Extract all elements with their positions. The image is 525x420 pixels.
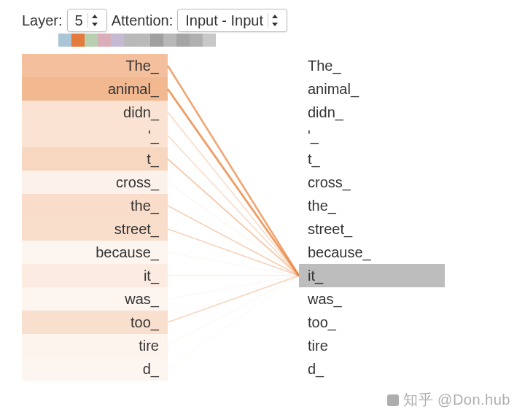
attention-line [168,229,299,276]
palette-swatch[interactable] [137,34,150,47]
left-token[interactable]: cross_ [22,171,168,194]
right-token[interactable]: didn_ [299,101,445,124]
right-token[interactable]: animal_ [299,77,445,101]
left-token[interactable]: didn_ [22,101,168,124]
attention-line [168,206,299,276]
watermark-text: 知乎 @Don.hub [403,390,510,410]
attention-line [168,112,299,276]
attention-line [168,159,299,276]
palette-swatch[interactable] [176,34,190,47]
layer-select-value: 5 [75,12,88,29]
watermark: 知乎 @Don.hub [387,390,510,410]
left-token[interactable]: '_ [22,124,168,147]
left-token[interactable]: the_ [22,194,168,217]
updown-icon [88,13,102,28]
right-token[interactable]: t_ [299,147,445,171]
right-token[interactable]: The_ [299,54,445,77]
attention-line [168,136,299,276]
left-token[interactable]: tire [22,334,168,357]
zhihu-icon [387,394,399,406]
palette-swatch[interactable] [124,34,137,47]
right-token[interactable]: cross_ [299,171,445,194]
right-token[interactable]: because_ [299,241,445,264]
attention-line [168,276,299,369]
updown-icon [268,13,282,28]
right-token[interactable]: too_ [299,311,445,334]
left-token[interactable]: t_ [22,147,168,171]
right-token[interactable]: d_ [299,357,445,381]
right-token-column: The_animal_didn_'_t_cross_the_street_bec… [299,54,445,381]
right-token[interactable]: tire [299,334,445,357]
left-token[interactable]: was_ [22,287,168,311]
layer-label: Layer: [22,12,63,29]
attention-line [168,182,299,276]
palette-swatch[interactable] [203,34,216,47]
left-token-column: The_animal_didn_'_t_cross_the_street_bec… [22,54,168,381]
right-token[interactable]: it_ [299,264,445,287]
layer-select[interactable]: 5 [67,9,107,32]
controls-row: Layer: 5 Attention: Input - Input [22,9,287,32]
left-token[interactable]: animal_ [22,77,168,101]
head-color-palette [58,34,216,47]
attention-label: Attention: [112,12,174,29]
left-token[interactable]: because_ [22,241,168,264]
palette-swatch[interactable] [98,34,111,47]
left-token[interactable]: The_ [22,54,168,77]
right-token[interactable]: '_ [299,124,445,147]
attention-line [168,89,299,276]
right-token[interactable]: was_ [299,287,445,311]
attention-line [168,66,299,276]
palette-swatch[interactable] [58,34,71,47]
attention-select-value: Input - Input [185,12,268,29]
palette-swatch[interactable] [85,34,98,47]
left-token[interactable]: it_ [22,264,168,287]
attention-select[interactable]: Input - Input [177,9,287,32]
left-token[interactable]: d_ [22,357,168,381]
palette-swatch[interactable] [163,34,176,47]
left-token[interactable]: too_ [22,311,168,334]
palette-swatch[interactable] [111,34,124,47]
right-token[interactable]: street_ [299,217,445,241]
palette-swatch[interactable] [150,34,163,47]
attention-line [168,252,299,276]
attention-line [168,276,299,322]
right-token[interactable]: the_ [299,194,445,217]
left-token[interactable]: street_ [22,217,168,241]
palette-swatch[interactable] [190,34,203,47]
palette-swatch[interactable] [71,34,85,47]
attention-line [168,276,299,299]
attention-line [168,276,299,346]
attention-lines [168,54,299,389]
